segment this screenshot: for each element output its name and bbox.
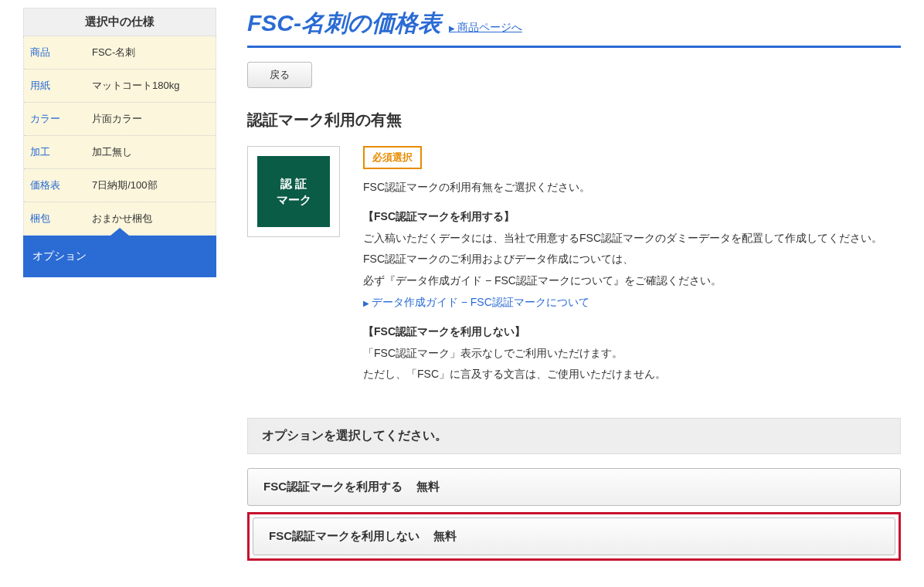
use-body-2: FSC認証マークのご利用およびデータ作成については、 (363, 250, 901, 269)
spec-table: 商品 FSC-名刺 用紙 マットコート180kg カラー 片面カラー 加工 加工… (23, 36, 216, 236)
product-page-link[interactable]: 商品ページへ (449, 21, 522, 35)
nouse-body-2: ただし、「FSC」に言及する文言は、ご使用いただけません。 (363, 365, 901, 384)
spec-value: 片面カラー (86, 103, 216, 135)
mark-thumbnail: 認 証 マーク (247, 146, 340, 237)
spec-row-paper[interactable]: 用紙 マットコート180kg (24, 70, 216, 103)
spec-label: 価格表 (24, 169, 86, 202)
option-price: 無料 (416, 480, 440, 494)
sidebar-item-option[interactable]: オプション (23, 236, 216, 277)
thumb-text-2: マーク (277, 193, 311, 206)
spec-value: おまかせ梱包 (86, 202, 216, 235)
spec-row-processing[interactable]: 加工 加工無し (24, 136, 216, 169)
spec-value: 7日納期/100部 (86, 169, 216, 202)
desc-intro: FSC認証マークの利用有無をご選択ください。 (363, 178, 901, 197)
spec-value: マットコート180kg (86, 70, 216, 102)
use-body-3: 必ず『データ作成ガイド − FSC認証マークについて』をご確認ください。 (363, 272, 901, 290)
page-title: FSC-名刺の価格表 (247, 8, 441, 39)
option-use-mark[interactable]: FSC認証マークを利用する 無料 (247, 468, 901, 506)
option-no-mark[interactable]: FSC認証マークを利用しない 無料 (253, 517, 895, 555)
nouse-title: 【FSC認証マークを利用しない】 (363, 325, 525, 338)
section-title: 認証マーク利用の有無 (247, 110, 901, 131)
back-button[interactable]: 戻る (247, 62, 312, 88)
spec-label: 加工 (24, 136, 86, 168)
option-label: FSC認証マークを利用しない (269, 529, 420, 544)
spec-value: FSC-名刺 (86, 36, 216, 69)
nouse-body-1: 「FSC認証マーク」表示なしでご利用いただけます。 (363, 344, 901, 363)
mark-thumbnail-inner: 認 証 マーク (257, 156, 330, 227)
thumb-text-1: 認 証 (280, 177, 307, 190)
use-body-1: ご入稿いただくデータには、当社で用意するFSC認証マークのダミーデータを配置して… (363, 229, 901, 248)
page-title-row: FSC-名刺の価格表 商品ページへ (247, 8, 901, 48)
option-select-header: オプションを選択してください。 (247, 418, 901, 454)
spec-value: 加工無し (86, 136, 216, 168)
sidebar: 選択中の仕様 商品 FSC-名刺 用紙 マットコート180kg カラー 片面カラ… (23, 8, 216, 561)
description: 必須選択 FSC認証マークの利用有無をご選択ください。 【FSC認証マークを利用… (363, 146, 901, 387)
spec-label: カラー (24, 103, 86, 135)
use-title: 【FSC認証マークを利用する】 (363, 210, 515, 222)
data-guide-link[interactable]: データ作成ガイド − FSC認証マークについて (363, 296, 589, 308)
spec-row-color[interactable]: カラー 片面カラー (24, 103, 216, 136)
option-label: FSC認証マークを利用する (263, 480, 403, 494)
spec-row-price[interactable]: 価格表 7日納期/100部 (24, 169, 216, 202)
spec-row-product[interactable]: 商品 FSC-名刺 (24, 36, 216, 70)
option-price: 無料 (433, 529, 457, 544)
spec-label: 梱包 (24, 202, 86, 235)
main-content: FSC-名刺の価格表 商品ページへ 戻る 認証マーク利用の有無 認 証 マーク … (247, 8, 901, 561)
highlighted-option: FSC認証マークを利用しない 無料 (247, 512, 901, 561)
spec-label: 商品 (24, 36, 86, 69)
required-badge: 必須選択 (363, 146, 422, 169)
spec-label: 用紙 (24, 70, 86, 102)
sidebar-header: 選択中の仕様 (23, 8, 216, 36)
